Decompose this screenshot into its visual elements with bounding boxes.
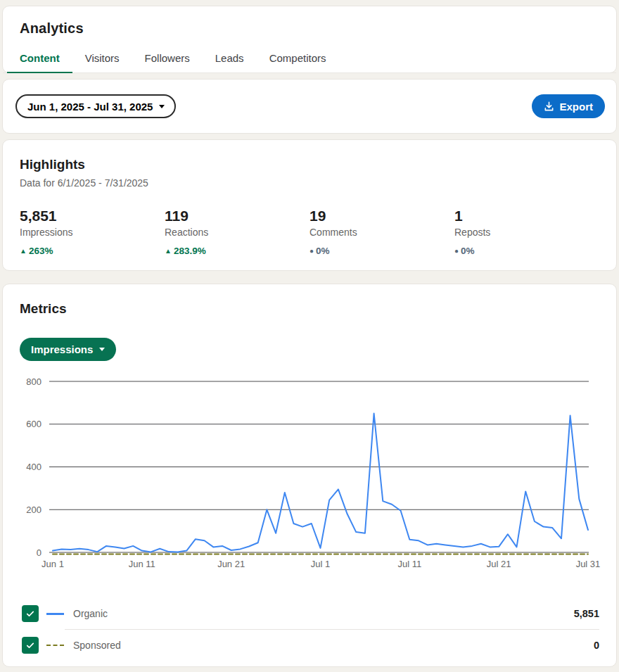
stat-reactions: 119 Reactions ▲283.9% xyxy=(165,208,310,256)
stat-label: Reposts xyxy=(454,227,599,238)
stat-comments: 19 Comments ●0% xyxy=(310,208,454,256)
stat-label: Impressions xyxy=(20,227,165,238)
date-range-selector[interactable]: Jun 1, 2025 - Jul 31, 2025 xyxy=(15,94,176,118)
tabs-divider xyxy=(3,72,616,73)
tab-competitors[interactable]: Competitors xyxy=(257,46,339,72)
highlights-card: Highlights Data for 6/1/2025 - 7/31/2025… xyxy=(2,139,617,271)
chevron-down-icon xyxy=(99,348,105,351)
check-icon xyxy=(25,640,35,650)
svg-text:200: 200 xyxy=(26,505,42,515)
svg-text:Jun 11: Jun 11 xyxy=(129,559,155,569)
filter-toolbar-card: Jun 1, 2025 - Jul 31, 2025 Export xyxy=(2,79,617,134)
metric-selector-button[interactable]: Impressions xyxy=(20,338,116,361)
svg-text:Jul 31: Jul 31 xyxy=(576,559,601,569)
metrics-card: Metrics Impressions 0200400600800Jun 1Ju… xyxy=(2,284,617,667)
trend-up-icon: ▲ xyxy=(165,247,172,255)
stat-delta: ●0% xyxy=(454,246,599,256)
svg-text:600: 600 xyxy=(26,419,42,429)
legend-value: 0 xyxy=(594,640,599,651)
stat-value: 119 xyxy=(165,208,310,224)
chart-legend: Organic 5,851 Sponsored 0 xyxy=(22,598,599,661)
export-label: Export xyxy=(559,101,593,113)
page-title: Analytics xyxy=(3,20,616,37)
tab-content[interactable]: Content xyxy=(7,46,72,72)
legend-row-organic: Organic 5,851 xyxy=(22,598,599,629)
stat-delta: ▲263% xyxy=(20,246,165,256)
chevron-down-icon xyxy=(159,105,165,108)
tab-visitors[interactable]: Visitors xyxy=(72,46,132,72)
tab-leads[interactable]: Leads xyxy=(203,46,257,72)
legend-value: 5,851 xyxy=(574,608,599,619)
svg-text:Jul 11: Jul 11 xyxy=(397,559,421,569)
trend-flat-icon: ● xyxy=(310,247,314,255)
metrics-title: Metrics xyxy=(20,301,599,317)
highlights-subtitle: Data for 6/1/2025 - 7/31/2025 xyxy=(20,177,599,189)
svg-text:Jun 21: Jun 21 xyxy=(217,559,245,569)
stat-label: Comments xyxy=(310,227,454,238)
svg-text:Jun 1: Jun 1 xyxy=(42,559,64,569)
stat-label: Reactions xyxy=(165,227,310,238)
svg-text:0: 0 xyxy=(37,547,42,558)
sponsored-line-swatch xyxy=(46,645,64,646)
organic-checkbox[interactable] xyxy=(22,605,39,622)
legend-label: Sponsored xyxy=(73,640,121,651)
highlights-title: Highlights xyxy=(20,157,599,172)
stat-impressions: 5,851 Impressions ▲263% xyxy=(20,208,165,256)
svg-text:Jul 21: Jul 21 xyxy=(487,559,511,569)
export-button[interactable]: Export xyxy=(532,94,605,118)
sponsored-checkbox[interactable] xyxy=(22,637,39,654)
trend-flat-icon: ● xyxy=(454,247,459,255)
analytics-tabs: Content Visitors Followers Leads Competi… xyxy=(7,46,616,73)
check-icon xyxy=(25,609,35,619)
stat-value: 19 xyxy=(310,208,454,224)
download-icon xyxy=(544,101,554,112)
legend-label: Organic xyxy=(73,608,108,619)
metric-selector-label: Impressions xyxy=(31,343,93,355)
stat-reposts: 1 Reposts ●0% xyxy=(454,208,599,256)
date-range-label: Jun 1, 2025 - Jul 31, 2025 xyxy=(27,101,153,113)
impressions-line-chart: 0200400600800Jun 1Jun 11Jun 21Jul 1Jul 1… xyxy=(22,372,616,581)
organic-line-swatch xyxy=(46,613,64,615)
svg-text:Jul 1: Jul 1 xyxy=(311,559,330,569)
highlights-stats: 5,851 Impressions ▲263% 119 Reactions ▲2… xyxy=(20,208,599,256)
svg-text:800: 800 xyxy=(26,376,42,387)
stat-value: 1 xyxy=(454,208,599,224)
legend-row-sponsored: Sponsored 0 xyxy=(22,630,599,661)
tab-followers[interactable]: Followers xyxy=(132,46,203,72)
analytics-header-card: Analytics Content Visitors Followers Lea… xyxy=(2,6,617,73)
trend-up-icon: ▲ xyxy=(20,247,27,255)
stat-delta: ●0% xyxy=(310,246,454,256)
svg-text:400: 400 xyxy=(26,462,42,472)
stat-delta: ▲283.9% xyxy=(165,246,310,256)
stat-value: 5,851 xyxy=(20,208,165,224)
